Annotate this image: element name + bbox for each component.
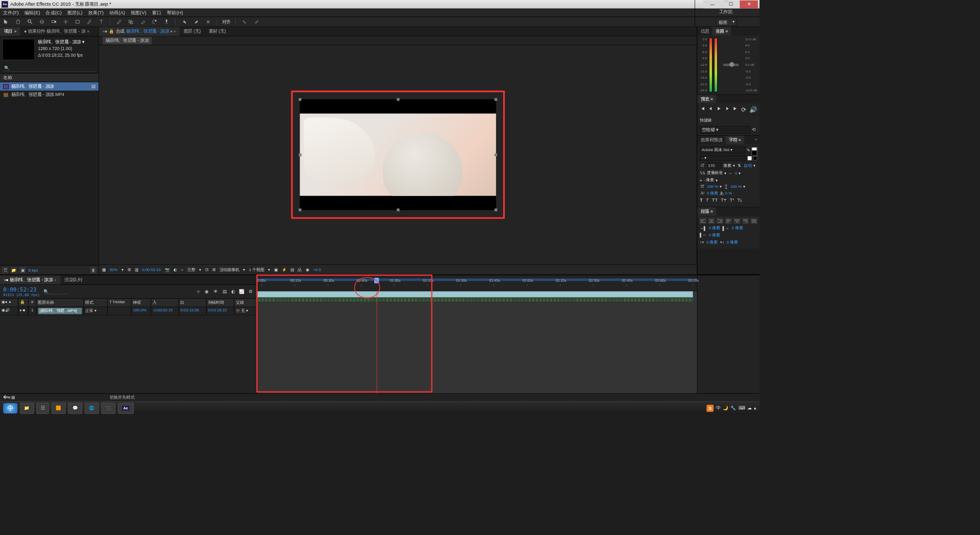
loop-button[interactable]: ⟳ xyxy=(741,106,746,113)
layer-name-chip[interactable]: [杨宗纬、张碧...MP4] xyxy=(38,308,82,314)
motion-blur-icon[interactable]: ◐ xyxy=(230,288,236,295)
project-column-header[interactable]: 名称 xyxy=(0,73,99,82)
col-out[interactable]: 出 xyxy=(179,299,206,307)
tab-paragraph[interactable]: 段落 ≡ xyxy=(697,207,716,215)
justify-center-button[interactable] xyxy=(734,218,740,224)
workspace-dropdown[interactable]: 标准 xyxy=(716,18,736,26)
kerning-value[interactable]: 度量标准 xyxy=(707,170,723,176)
transform-handle[interactable] xyxy=(299,154,301,156)
eraser-tool-icon[interactable] xyxy=(139,18,147,26)
first-frame-button[interactable] xyxy=(700,106,705,113)
menu-view[interactable]: 视图(V) xyxy=(131,9,146,16)
viewer-timecode[interactable]: 0:00:52:23 xyxy=(142,268,161,272)
menu-animation[interactable]: 动画(A) xyxy=(109,9,125,16)
grid-icon[interactable]: ⊞ xyxy=(212,268,215,272)
tab-viewer-comp[interactable]: ×■ 🔒 合成 杨宗纬、张碧晨 - 凉凉 ▾ × xyxy=(99,27,180,36)
tray-keyboard-icon[interactable]: ⌨ xyxy=(739,405,745,410)
col-mode[interactable]: 模式 xyxy=(84,299,108,307)
playhead-line[interactable] xyxy=(377,291,377,393)
col-av-toggles[interactable]: ◉● ● xyxy=(0,299,18,307)
pen-tool-icon[interactable] xyxy=(85,18,93,26)
active-camera[interactable]: 活动摄像机 xyxy=(219,267,239,273)
text-tool-icon[interactable] xyxy=(97,18,106,26)
start-button[interactable] xyxy=(3,403,17,413)
snapping-collapse-icon[interactable]: ⤢ xyxy=(252,18,260,26)
toggle-switches-icon[interactable]: �⇆ ▦ xyxy=(3,395,15,400)
snapshot-icon[interactable]: 📷 xyxy=(165,268,169,272)
frame-blend-icon[interactable]: ▤ xyxy=(221,288,227,295)
play-button[interactable] xyxy=(716,106,721,113)
indent-first-value[interactable]: 0 像素 xyxy=(731,225,743,231)
menu-window[interactable]: 窗口 xyxy=(152,9,162,16)
subscript-button[interactable]: T₁ xyxy=(738,198,743,203)
align-left-button[interactable] xyxy=(700,218,706,224)
zoom-dropdown[interactable]: 50% xyxy=(110,268,118,272)
camera-tool-icon[interactable] xyxy=(50,18,58,26)
reset-preview-icon[interactable]: ⟲ xyxy=(750,126,757,134)
tab-project[interactable]: 项目 ≡ xyxy=(0,27,20,36)
clone-tool-icon[interactable] xyxy=(127,18,135,26)
tab-viewer-source[interactable]: 素材 (无) xyxy=(205,27,230,36)
snap-toggle[interactable]: 对齐 xyxy=(222,19,231,25)
playhead-handle[interactable] xyxy=(375,278,379,283)
indent-right-value[interactable]: 0 像素 xyxy=(709,232,720,238)
hand-tool-icon[interactable] xyxy=(14,18,22,26)
black-swatch-icon[interactable] xyxy=(753,156,757,160)
layer-bar[interactable] xyxy=(257,291,693,297)
rect-tool-icon[interactable] xyxy=(74,18,82,26)
superscript-button[interactable]: T¹ xyxy=(730,198,734,203)
tab-render-queue[interactable]: 渲染队列 xyxy=(60,275,86,284)
align-center-button[interactable] xyxy=(708,218,715,224)
brush-tool-icon[interactable] xyxy=(115,18,124,26)
menu-composition[interactable]: 合成(C) xyxy=(45,9,62,16)
zoom-tool-icon[interactable] xyxy=(26,18,34,26)
comp-mini-flowchart-icon[interactable]: ⊹ xyxy=(195,288,201,295)
stroke-color-swatch[interactable] xyxy=(752,151,757,156)
tab-viewer-layer[interactable]: 图层 (无) xyxy=(180,27,205,36)
col-duration[interactable]: 持续时间 xyxy=(207,299,234,307)
justify-all-button[interactable] xyxy=(751,218,757,224)
tracking-value[interactable]: 0 xyxy=(735,171,737,175)
all-caps-button[interactable]: TT xyxy=(712,198,718,203)
selection-tool-icon[interactable] xyxy=(3,18,11,26)
faux-bold-button[interactable]: T xyxy=(700,198,703,203)
toggle-switches-label[interactable]: 切换开关/模式 xyxy=(110,395,135,400)
tab-preview[interactable]: 预览 ≡ xyxy=(697,95,716,103)
tray-moon-icon[interactable]: 🌙 xyxy=(723,405,728,410)
font-style-dropdown[interactable]: - ▾ xyxy=(700,155,746,161)
align-right-button[interactable] xyxy=(717,218,723,224)
ime-lang[interactable]: 中 xyxy=(716,405,721,411)
pan-behind-tool-icon[interactable] xyxy=(62,18,70,26)
tab-effects-presets[interactable]: 效果和预设 xyxy=(697,136,725,144)
toggle-transparency-icon[interactable]: ▥ xyxy=(135,268,138,272)
menu-file[interactable]: 文件(F) xyxy=(3,9,18,16)
tab-info[interactable]: 信息 xyxy=(697,27,712,35)
timeline-icon[interactable]: ▤ xyxy=(290,268,294,272)
col-parent[interactable]: 父级 xyxy=(234,299,257,307)
mute-button[interactable]: 🔊 xyxy=(749,106,757,113)
project-search-input[interactable] xyxy=(3,65,95,71)
timeline-search-input[interactable] xyxy=(43,289,67,294)
new-comp-icon[interactable]: ▣ xyxy=(20,268,26,273)
faux-italic-button[interactable]: T xyxy=(706,198,709,203)
resolution-popup-icon[interactable]: ⊞ xyxy=(128,268,131,272)
menu-layer[interactable]: 图层(L) xyxy=(67,9,83,16)
vscale-value[interactable]: 100 % xyxy=(707,184,718,189)
project-bpc[interactable]: 8 bpc xyxy=(29,268,38,273)
taskbar-item[interactable]: ☳ xyxy=(36,403,49,414)
timeline-ruler[interactable]: 0:00s00:15s00:30s00:45s01:00s01:15s01:30… xyxy=(257,275,697,291)
col-stretch[interactable]: 伸缩 xyxy=(131,299,151,307)
timeline-timecode[interactable]: 0:00:52:23 xyxy=(3,286,39,293)
small-caps-button[interactable]: Tᴛ xyxy=(721,198,726,203)
project-item-comp[interactable]: 杨宗纬、张碧晨 - 凉凉 ▤ xyxy=(0,82,99,90)
graph-editor-icon[interactable]: 📈 xyxy=(238,288,244,295)
menu-edit[interactable]: 编辑(E) xyxy=(24,9,40,16)
hide-shy-icon[interactable]: 👁 xyxy=(212,288,218,295)
exposure-value[interactable]: +0.0 xyxy=(313,268,321,272)
transform-handle[interactable] xyxy=(494,154,497,156)
justify-left-button[interactable] xyxy=(725,218,731,224)
font-size-input[interactable] xyxy=(707,163,722,169)
flow-breadcrumb[interactable]: 杨宗纬、张碧晨 - 凉凉 xyxy=(102,36,152,44)
layer-in[interactable]: -0:00:02:15 xyxy=(151,307,179,315)
menu-help[interactable]: 帮助(H) xyxy=(167,9,183,16)
